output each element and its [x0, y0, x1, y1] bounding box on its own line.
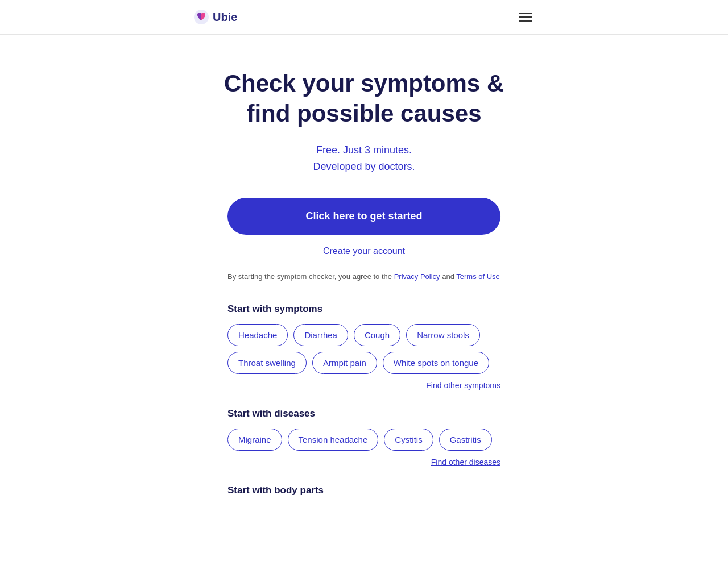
find-other-symptoms-link[interactable]: Find other symptoms — [228, 381, 500, 390]
hero-subtitle: Free. Just 3 minutes. Developed by docto… — [205, 142, 523, 175]
hamburger-line-2 — [519, 16, 532, 18]
diseases-section-title: Start with diseases — [228, 408, 500, 419]
logo[interactable]: Ubie — [193, 9, 237, 25]
symptom-tag[interactable]: Headache — [228, 324, 288, 346]
symptom-tag[interactable]: Diarrhea — [293, 324, 348, 346]
hamburger-line-1 — [519, 13, 532, 14]
terms-prefix: By starting the symptom checker, you agr… — [228, 272, 394, 281]
terms-text: By starting the symptom checker, you agr… — [228, 272, 500, 281]
body-parts-section: Start with body parts — [228, 485, 500, 496]
disease-tag[interactable]: Migraine — [228, 429, 282, 451]
disease-tag[interactable]: Cystitis — [384, 429, 433, 451]
terms-of-use-link[interactable]: Terms of Use — [456, 272, 500, 281]
hero-title: Check your symptoms & find possible caus… — [205, 69, 523, 128]
logo-text: Ubie — [213, 11, 237, 24]
symptom-tag[interactable]: Throat swelling — [228, 352, 307, 374]
create-account-link[interactable]: Create your account — [323, 246, 405, 256]
terms-and: and — [440, 272, 457, 281]
find-other-diseases-link[interactable]: Find other diseases — [228, 458, 500, 467]
disease-tag[interactable]: Gastritis — [439, 429, 492, 451]
diseases-section: Start with diseases MigraineTension head… — [228, 408, 500, 467]
site-header: Ubie — [0, 0, 728, 35]
symptom-tag[interactable]: Cough — [354, 324, 400, 346]
hero-subtitle-line1: Free. Just 3 minutes. — [316, 144, 412, 156]
ubie-logo-icon — [193, 9, 209, 25]
symptoms-section-title: Start with symptoms — [228, 304, 500, 315]
symptom-tag[interactable]: Narrow stools — [406, 324, 480, 346]
hero-title-line1: Check your symptoms & — [224, 70, 504, 97]
body-parts-section-title: Start with body parts — [228, 485, 500, 496]
main-content: Check your symptoms & find possible caus… — [193, 35, 535, 528]
symptoms-tags: HeadacheDiarrheaCoughNarrow stoolsThroat… — [228, 324, 500, 374]
disease-tag[interactable]: Tension headache — [288, 429, 379, 451]
symptom-tag[interactable]: White spots on tongue — [383, 352, 489, 374]
symptoms-section: Start with symptoms HeadacheDiarrheaCoug… — [228, 304, 500, 390]
hero-subtitle-line2: Developed by doctors. — [313, 161, 415, 172]
hero-title-line2: find possible causes — [246, 100, 481, 127]
hamburger-line-3 — [519, 20, 532, 22]
diseases-tags: MigraineTension headacheCystitisGastriti… — [228, 429, 500, 451]
hamburger-menu-button[interactable] — [516, 10, 535, 24]
privacy-policy-link[interactable]: Privacy Policy — [394, 272, 440, 281]
get-started-button[interactable]: Click here to get started — [228, 198, 500, 235]
symptom-tag[interactable]: Armpit pain — [312, 352, 377, 374]
